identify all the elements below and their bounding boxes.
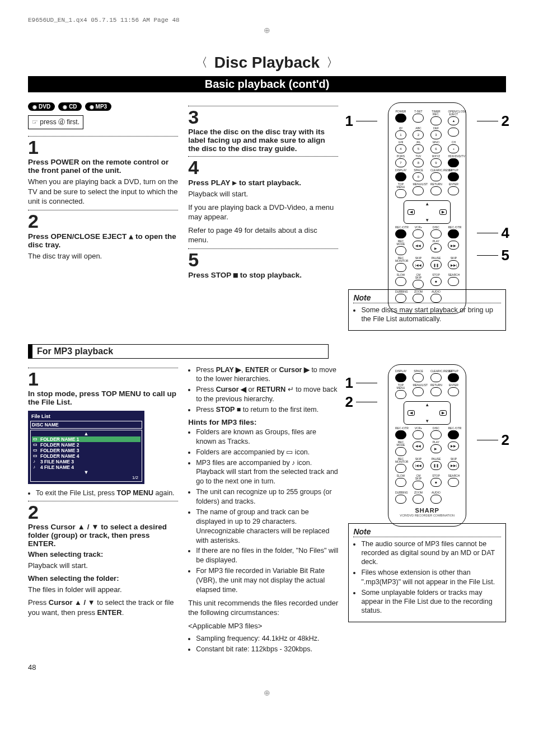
remote-rec-otr2-button (448, 229, 459, 238)
mp3-step-2-heading: Press Cursor ▲ / ▼ to select a desired f… (28, 523, 178, 548)
remote-timer-rec-button (430, 116, 442, 125)
mp3-step-1-exit: To exit the File List, press TOP MENU ag… (36, 489, 178, 498)
mp3-step-2-sub2-body2: Press Cursor ▲ / ▼ to select the track o… (28, 598, 178, 617)
note-item: Files whose extension is other than ".mp… (361, 568, 501, 586)
remote-ch-up-button: + (448, 144, 459, 153)
remote-vcrplus-button (413, 229, 424, 238)
music-file-icon: ♪ (33, 464, 39, 469)
remote-tset-button (413, 114, 424, 123)
cursor-down-icon: ▼ (425, 218, 429, 223)
mp3-step-1-heading: In stop mode, press TOP MENU to call up … (28, 389, 178, 406)
mp3-hint-5: The name of group and track can be displ… (196, 508, 338, 546)
remote-stop-button: ■ (430, 277, 442, 286)
remote-display-button (395, 172, 406, 181)
header-meta: E9656UD_EN_1.qx4 05.7.15 11:56 AM Page 4… (28, 17, 506, 24)
file-list-up-arrow-icon: ▲ (32, 431, 140, 436)
remote-clear-button (430, 172, 442, 181)
press-dvd-first-note: ☞ press ⓓ first. (28, 115, 83, 129)
mp3-step-2-sub1-body: Playback will start. (28, 561, 178, 571)
mp3-rec-applicable: <Applicable MP3 files> (188, 621, 338, 631)
mp3-step-2-number: 2 (28, 503, 178, 522)
mp3-step-2-sub1: When selecting track: (28, 550, 178, 558)
crop-mark-bottom: ⊕ (28, 688, 506, 697)
callout-mp3-2b: 2 (502, 431, 509, 449)
remote-satlink-button (448, 128, 459, 137)
remote-fwd-button: ▶▶ (448, 241, 459, 250)
banner-arrow-right-icon: 〉 (326, 54, 339, 71)
separator (188, 156, 338, 157)
file-list-screenshot: File List DISC NAME ▲ ▭FOLDER NAME 1▭FOL… (28, 411, 144, 484)
cursor-right-icon: ▶ (439, 209, 447, 215)
remote-skip-back-button: |◀◀ (413, 260, 424, 269)
remote-topmenu-button (395, 189, 406, 198)
remote-menulist-button (413, 186, 424, 195)
mp3-step-2-sub2: When selecting the folder: (28, 574, 178, 583)
callout-5: 5 (502, 247, 509, 264)
remote-slow-button (395, 277, 406, 286)
file-list-item-label: FOLDER NAME 2 (40, 442, 79, 448)
mp3-hint-7: For MP3 file recorded in Variable Bit Ra… (196, 566, 338, 595)
mp3-hint-1: Folders are known as Groups, files are k… (196, 428, 338, 447)
step-1-number: 1 (28, 138, 178, 157)
separator (28, 368, 178, 368)
remote-9-button: 9 (430, 158, 442, 167)
remote-6-button: 6 (430, 144, 442, 153)
step-3-heading: Place the disc on the disc tray with its… (188, 128, 338, 153)
remote-return-button (430, 186, 442, 195)
mp3-hint-6: If there are no files in the folder, "No… (196, 546, 338, 565)
note-box-bottom: Note The audio source of MP3 files canno… (348, 523, 506, 622)
mp3-nav-hint-3: Press STOP ■ to return to the first item… (196, 405, 338, 415)
callout-mp3-1: 1 (345, 374, 353, 392)
stop-icon: ■ (233, 270, 238, 279)
music-file-icon: ♪ (33, 459, 39, 464)
separator (28, 501, 178, 501)
step-5-number: 5 (188, 250, 338, 269)
step-4-heading: Press PLAY ▶ to start playback. (188, 178, 338, 187)
note-item: Some unplayable folders or tracks may ap… (361, 588, 501, 616)
callout-line (356, 402, 377, 402)
remote-enter-button (448, 186, 459, 195)
file-list-down-arrow-icon: ▼ (32, 470, 140, 475)
remote-rev-button: ◀◀ (413, 241, 424, 250)
file-list-item-label: FOLDER NAME 3 (40, 448, 79, 453)
badge-cd: CD (58, 102, 81, 111)
separator (188, 248, 338, 249)
separator (188, 106, 338, 106)
page-title: Disc Playback (210, 54, 324, 72)
remote-hdddvdtv-button (448, 158, 459, 167)
remote-audio-button (430, 294, 442, 303)
remote-4-button: 4 (395, 144, 406, 153)
title-banner: 〈 Disc Playback 〉 (28, 54, 506, 72)
remote-7-button: 7 (395, 158, 406, 167)
remote-disc-button (430, 229, 442, 238)
step-4-body-3: Refer to page 49 for details about a dis… (188, 226, 338, 245)
file-list-item-label: FOLDER NAME 1 (40, 436, 79, 442)
file-list-disc-name: DISC NAME (30, 421, 142, 429)
mp3-rec-intro: This unit recommends the files recorded … (188, 598, 338, 618)
callout-mp3-2a: 2 (345, 393, 353, 411)
mp3-hint-2: Folders are accompanied by ▭ icon. (196, 448, 338, 457)
cursor-left-icon: ◀ (407, 209, 415, 215)
folder-icon: ▭ (33, 453, 39, 458)
crop-mark-top (28, 26, 506, 37)
dvd-small-icon: ⓓ (58, 118, 65, 126)
file-list-item-label: 3 FILE NAME 3 (40, 459, 74, 464)
folder-icon: ▭ (33, 442, 39, 447)
hand-icon: ☞ (32, 118, 38, 126)
file-list-item: ▭FOLDER NAME 3 (32, 448, 140, 453)
folder-icon: ▭ (33, 436, 39, 442)
page-number: 48 (28, 663, 506, 672)
mp3-hint-3: MP3 files are accompanied by ♪ icon. Pla… (196, 458, 338, 487)
file-list-item: ▭FOLDER NAME 2 (32, 442, 140, 448)
file-list-item: ♪3 FILE NAME 3 (32, 459, 140, 464)
step-1-heading: Press POWER on the remote control or the… (28, 158, 178, 175)
mp3-step-1-number: 1 (28, 369, 178, 388)
remote-0-button: 0 (413, 172, 424, 181)
callout-line (477, 440, 498, 440)
mp3-rec-2: Constant bit rate: 112kbps - 320kbps. (196, 645, 338, 654)
remote-navpad: ▲▼ ◀▶ (404, 401, 451, 425)
step-2-heading: Press OPEN/CLOSE EJECT ▲ to open the dis… (28, 232, 178, 249)
callout-line (477, 233, 498, 233)
remote-setup-button (448, 172, 459, 181)
callout-1: 1 (345, 112, 353, 130)
